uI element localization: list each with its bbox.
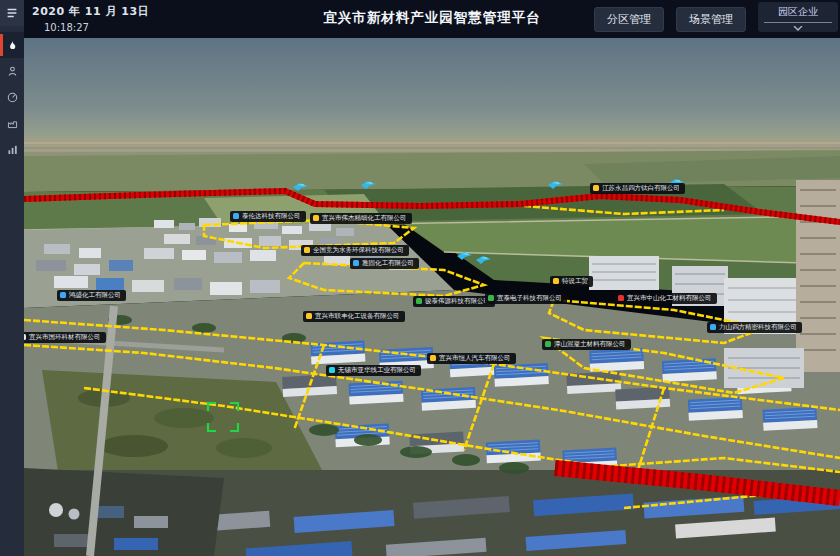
factory-icon: [6, 117, 19, 130]
sidebar-item-statistics[interactable]: [0, 136, 24, 162]
factory-pin-icon: [618, 295, 624, 301]
factory-pin-icon: [593, 185, 599, 191]
factory-pin-icon: [329, 367, 335, 373]
company-marker-label: 鸿盛化工有限公司: [69, 292, 121, 299]
company-marker-label: 泰伦达科技有限公司: [242, 213, 301, 220]
company-marker[interactable]: 宜泰电子科技有限公司: [485, 293, 567, 304]
company-marker-label: 雅固化工有限公司: [362, 260, 414, 267]
factory-pin-icon: [553, 278, 559, 284]
company-marker-label: 宜泰电子科技有限公司: [497, 295, 562, 302]
company-marker[interactable]: 鸿盛化工有限公司: [57, 290, 126, 301]
company-marker-label: 宜兴市国环科材有限公司: [29, 334, 101, 341]
sky: [24, 38, 840, 140]
company-marker[interactable]: 全国竞为水务环保科技有限公司: [301, 245, 409, 256]
company-marker[interactable]: 宜兴市恒人汽车有限公司: [427, 353, 516, 364]
sidebar-item-person[interactable]: [0, 58, 24, 84]
company-marker-label: 力山四方精密科技有限公司: [719, 324, 797, 331]
factory-pin-icon: [304, 247, 310, 253]
company-marker-label: 特设工贸: [562, 278, 588, 285]
company-marker-label: 骏泰伟源科技有限公司: [425, 298, 490, 305]
company-marker[interactable]: 雅固化工有限公司: [350, 258, 419, 269]
company-marker[interactable]: 江苏永昌四方钛白有限公司: [590, 183, 685, 194]
factory-pin-icon: [416, 298, 422, 304]
top-bar: 2020 年 11 月 13日 10:18:27 宜兴市新材料产业园智慧管理平台…: [24, 0, 840, 38]
company-marker-label: 宜兴市中山化工材料有限公司: [627, 295, 712, 302]
company-marker-label: 潭山混凝土材料有限公司: [554, 341, 626, 348]
park-enterprises-dropdown[interactable]: 园区企业: [758, 2, 838, 32]
company-marker[interactable]: 宜兴市伟杰精细化工有限公司: [310, 213, 412, 224]
chevron-down-icon: [793, 26, 803, 31]
scene-management-button[interactable]: 场景管理: [676, 7, 746, 32]
company-marker-label: 全国竞为水务环保科技有限公司: [313, 247, 404, 254]
company-marker[interactable]: 泰伦达科技有限公司: [230, 211, 306, 222]
company-marker[interactable]: 潭山混凝土材料有限公司: [542, 339, 631, 350]
factory-pin-icon: [430, 355, 436, 361]
zone-management-button[interactable]: 分区管理: [594, 7, 664, 32]
factory-pin-icon: [353, 260, 359, 266]
company-marker[interactable]: 宜兴市联丰化工设备有限公司: [303, 311, 405, 322]
dropdown-label: 园区企业: [778, 3, 818, 22]
factory-pin-icon: [545, 341, 551, 347]
company-marker[interactable]: 骏泰伟源科技有限公司: [413, 296, 495, 307]
company-marker[interactable]: 力山四方精密科技有限公司: [707, 322, 802, 333]
company-marker[interactable]: 宜兴市国环科材有限公司: [24, 332, 106, 343]
bar-chart-icon: [6, 143, 19, 156]
company-marker-label: 无锡市亚华线工业有限公司: [338, 367, 416, 374]
factory-pin-icon: [306, 313, 312, 319]
company-marker-label: 宜兴市恒人汽车有限公司: [439, 355, 511, 362]
hamburger-icon: [5, 6, 19, 20]
left-toolbar: [0, 0, 24, 556]
topbar-actions: 分区管理 场景管理 园区企业: [594, 2, 838, 32]
flame-icon: [6, 39, 19, 52]
factory-pin-icon: [24, 334, 26, 340]
factory-pin-icon: [710, 324, 716, 330]
menu-toggle-button[interactable]: [0, 0, 24, 26]
gauge-icon: [6, 91, 19, 104]
factory-pin-icon: [233, 213, 239, 219]
factory-pin-icon: [488, 295, 494, 301]
sidebar-item-factory[interactable]: [0, 110, 24, 136]
company-marker-label: 宜兴市联丰化工设备有限公司: [315, 313, 400, 320]
company-marker[interactable]: 特设工贸: [550, 276, 593, 287]
sidebar-item-fire[interactable]: [0, 32, 24, 58]
company-marker-label: 江苏永昌四方钛白有限公司: [602, 185, 680, 192]
person-icon: [6, 65, 19, 78]
factory-pin-icon: [60, 292, 66, 298]
company-marker-label: 宜兴市伟杰精细化工有限公司: [322, 215, 407, 222]
map-viewport[interactable]: 泰伦达科技有限公司 宜兴市伟杰精细化工有限公司 江苏永昌四方钛白有限公司 全国竞…: [24, 38, 840, 556]
sidebar-item-gauge[interactable]: [0, 84, 24, 110]
factory-pin-icon: [313, 215, 319, 221]
company-marker[interactable]: 宜兴市中山化工材料有限公司: [615, 293, 717, 304]
company-marker[interactable]: 无锡市亚华线工业有限公司: [326, 365, 421, 376]
dropdown-divider: [764, 22, 832, 23]
